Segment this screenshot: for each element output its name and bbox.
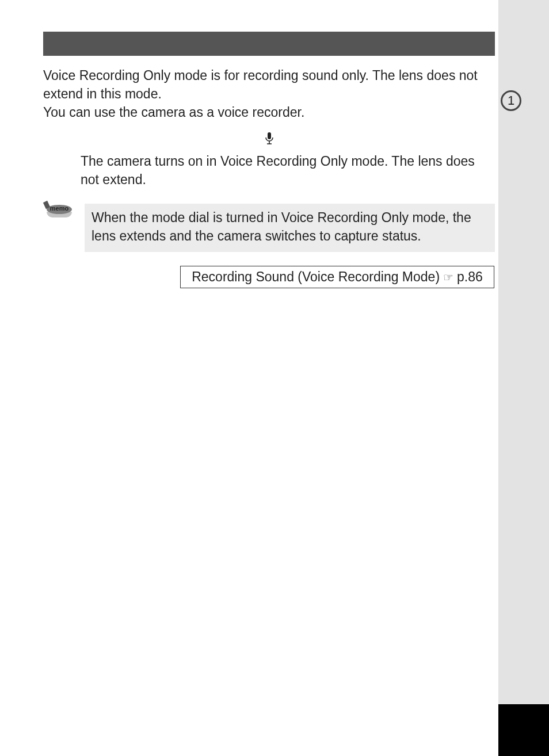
svg-rect-0 xyxy=(268,132,271,139)
reference-page: p.86 xyxy=(457,269,483,285)
intro-text: Voice Recording Only mode is for recordi… xyxy=(43,66,495,122)
pointer-icon: ☞ xyxy=(443,270,453,284)
intro-line2: You can use the camera as a voice record… xyxy=(43,103,495,121)
memo-row: memo When the mode dial is turned in Voi… xyxy=(43,204,495,252)
step-description: The camera turns on in Voice Recording O… xyxy=(81,152,495,189)
reference-box: Recording Sound (Voice Recording Mode) ☞… xyxy=(180,266,494,288)
section-title-bar xyxy=(43,32,495,56)
page-content: Voice Recording Only mode is for recordi… xyxy=(43,32,495,288)
reference-text: Recording Sound (Voice Recording Mode) xyxy=(192,269,440,285)
side-tab xyxy=(498,0,549,756)
memo-text: When the mode dial is turned in Voice Re… xyxy=(85,204,495,252)
chapter-badge: 1 xyxy=(501,90,521,111)
microphone-icon xyxy=(265,137,274,147)
intro-line1: Voice Recording Only mode is for recordi… xyxy=(43,66,495,103)
mic-icon-row xyxy=(43,132,495,147)
chapter-number: 1 xyxy=(508,93,514,108)
memo-label: memo xyxy=(50,205,68,212)
footer-tab xyxy=(498,704,549,756)
memo-icon: memo xyxy=(43,204,75,217)
